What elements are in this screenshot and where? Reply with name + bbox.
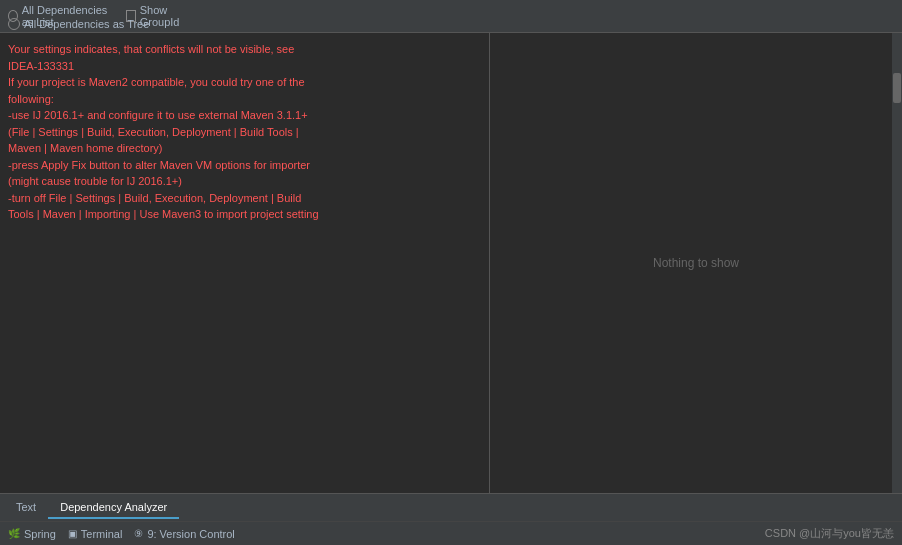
status-bar: 🌿 Spring ▣ Terminal ⑨ 9: Version Control… (0, 521, 902, 545)
right-scrollbar[interactable] (892, 33, 902, 493)
radio-circle-tree (8, 18, 20, 30)
tab-text[interactable]: Text (4, 497, 48, 519)
status-terminal[interactable]: ▣ Terminal (68, 528, 123, 540)
warning-line-9: (might cause trouble for IJ 2016.1+) (8, 175, 182, 187)
warning-line-2: IDEA-133331 (8, 60, 74, 72)
vc-label: 9: Version Control (147, 528, 234, 540)
vc-icon: ⑨ (134, 528, 143, 539)
warning-line-11: Tools | Maven | Importing | Use Maven3 t… (8, 208, 319, 220)
status-right: CSDN @山河与you皆无恙 (765, 526, 894, 541)
terminal-label: Terminal (81, 528, 123, 540)
main-container: All Dependencies as List Show GroupId Al… (0, 0, 902, 545)
status-version-control[interactable]: ⑨ 9: Version Control (134, 528, 234, 540)
right-panel: Nothing to show (490, 33, 902, 493)
content-area: Your settings indicates, that conflicts … (0, 33, 902, 493)
bottom-tabs: Text Dependency Analyzer (0, 493, 902, 521)
warning-line-8: -press Apply Fix button to alter Maven V… (8, 159, 310, 171)
terminal-icon: ▣ (68, 528, 77, 539)
left-panel[interactable]: Your settings indicates, that conflicts … (0, 33, 490, 493)
status-spring[interactable]: 🌿 Spring (8, 528, 56, 540)
toolbar: All Dependencies as List Show GroupId Al… (0, 0, 902, 33)
warning-line-4: following: (8, 93, 54, 105)
empty-message: Nothing to show (653, 256, 739, 270)
warning-line-1: Your settings indicates, that conflicts … (8, 43, 294, 55)
warning-line-7: Maven | Maven home directory) (8, 142, 162, 154)
warning-line-10: -turn off File | Settings | Build, Execu… (8, 192, 301, 204)
warning-line-3: If your project is Maven2 compatible, yo… (8, 76, 305, 88)
status-left: 🌿 Spring ▣ Terminal ⑨ 9: Version Control (8, 528, 235, 540)
warning-text: Your settings indicates, that conflicts … (8, 41, 481, 223)
scrollbar-thumb (893, 73, 901, 103)
csdn-label: CSDN @山河与you皆无恙 (765, 527, 894, 539)
spring-label: Spring (24, 528, 56, 540)
radio-label-tree: All Dependencies as Tree (24, 18, 149, 30)
warning-line-5: -use IJ 2016.1+ and configure it to use … (8, 109, 308, 121)
spring-icon: 🌿 (8, 528, 20, 539)
warning-line-6: (File | Settings | Build, Execution, Dep… (8, 126, 299, 138)
radio-all-deps-tree[interactable]: All Dependencies as Tree (8, 18, 149, 30)
tab-dependency-analyzer[interactable]: Dependency Analyzer (48, 497, 179, 519)
